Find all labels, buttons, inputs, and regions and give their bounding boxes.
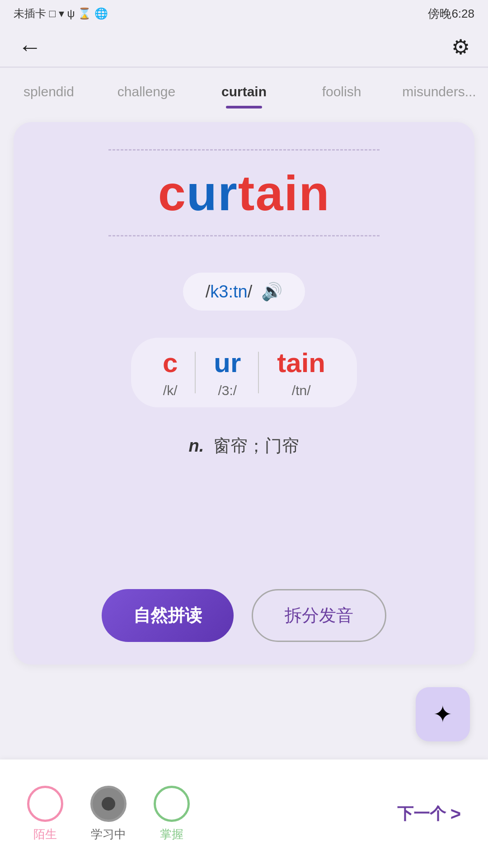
nav-circle-unfamiliar bbox=[27, 786, 63, 822]
word-letter-ur: ur bbox=[187, 165, 238, 221]
syllable-phonetic-ur: /3:/ bbox=[218, 383, 237, 398]
word-card: curtain /k3:tn/ 🔊 c /k/ ur /3:/ tain /tn… bbox=[14, 122, 474, 665]
time-text: 傍晚6:28 bbox=[428, 6, 474, 22]
status-right: 傍晚6:28 bbox=[428, 6, 474, 22]
word-tabs: splendid challenge curtain foolish misun… bbox=[0, 68, 488, 108]
action-buttons: 自然拼读 拆分发音 bbox=[32, 589, 456, 642]
word-display-area: curtain bbox=[32, 145, 456, 241]
word-letter-tain: tain bbox=[238, 165, 330, 221]
natural-reading-button[interactable]: 自然拼读 bbox=[102, 589, 234, 642]
word-letter-c: c bbox=[158, 165, 187, 221]
tab-splendid[interactable]: splendid bbox=[0, 84, 98, 108]
split-pronunciation-button[interactable]: 拆分发音 bbox=[252, 589, 386, 642]
bottom-nav-items: 陌生 学习中 掌握 bbox=[27, 786, 190, 842]
tab-misunderstand[interactable]: misunders... bbox=[390, 84, 488, 108]
phonetic-colored: k3:tn bbox=[210, 282, 247, 301]
next-arrow-icon: > bbox=[450, 804, 461, 824]
tab-challenge[interactable]: challenge bbox=[98, 84, 195, 108]
syllable-tain: tain /tn/ bbox=[259, 347, 343, 398]
nav-item-mastered[interactable]: 掌握 bbox=[154, 786, 190, 842]
syllable-c: c /k/ bbox=[145, 347, 196, 398]
ai-fab-button[interactable]: ✦ bbox=[416, 687, 470, 741]
nav-circle-mastered bbox=[154, 786, 190, 822]
definition-area: n. 窗帘；门帘 bbox=[189, 434, 300, 458]
nav-item-learning[interactable]: 学习中 bbox=[90, 786, 127, 842]
dashed-line-top bbox=[108, 149, 380, 151]
syllable-letter-c: c bbox=[163, 347, 178, 379]
part-of-speech: n. bbox=[189, 436, 204, 455]
tab-foolish[interactable]: foolish bbox=[293, 84, 390, 108]
syllable-phonetic-tain: /tn/ bbox=[292, 383, 311, 398]
bottom-nav: 陌生 学习中 掌握 下一个 > bbox=[0, 760, 488, 868]
next-button[interactable]: 下一个 > bbox=[397, 803, 461, 825]
status-bar: 未插卡 □ ▾ ψ ⌛ 🌐 傍晚6:28 bbox=[0, 0, 488, 27]
dashed-line-bottom bbox=[108, 235, 380, 236]
syllable-letter-ur: ur bbox=[214, 347, 241, 379]
carrier-text: 未插卡 □ ▾ ψ ⌛ 🌐 bbox=[14, 6, 108, 21]
nav-label-unfamiliar: 陌生 bbox=[33, 826, 57, 842]
status-left: 未插卡 □ ▾ ψ ⌛ 🌐 bbox=[14, 6, 108, 21]
syllable-ur: ur /3:/ bbox=[196, 347, 259, 398]
tab-curtain[interactable]: curtain bbox=[195, 84, 293, 108]
next-label: 下一个 bbox=[397, 803, 446, 825]
syllable-letter-tain: tain bbox=[277, 347, 325, 379]
syllable-phonetic-c: /k/ bbox=[163, 383, 178, 398]
speaker-icon[interactable]: 🔊 bbox=[261, 282, 282, 302]
back-button[interactable]: ← bbox=[18, 33, 42, 61]
nav-label-learning: 学习中 bbox=[91, 826, 126, 842]
top-nav: ← ⚙ bbox=[0, 27, 488, 68]
definition-text: n. 窗帘；门帘 bbox=[189, 436, 300, 455]
main-word: curtain bbox=[158, 164, 330, 222]
settings-button[interactable]: ⚙ bbox=[451, 35, 470, 59]
phonetic-box[interactable]: /k3:tn/ 🔊 bbox=[183, 273, 305, 311]
nav-label-mastered: 掌握 bbox=[160, 826, 183, 842]
syllables-row: c /k/ ur /3:/ tain /tn/ bbox=[131, 338, 357, 407]
definition-chinese: 窗帘；门帘 bbox=[213, 436, 299, 455]
nav-item-unfamiliar[interactable]: 陌生 bbox=[27, 786, 63, 842]
phonetic-text: /k3:tn/ bbox=[206, 282, 253, 302]
nav-circle-learning bbox=[90, 786, 127, 822]
sparkles-icon: ✦ bbox=[433, 701, 453, 728]
